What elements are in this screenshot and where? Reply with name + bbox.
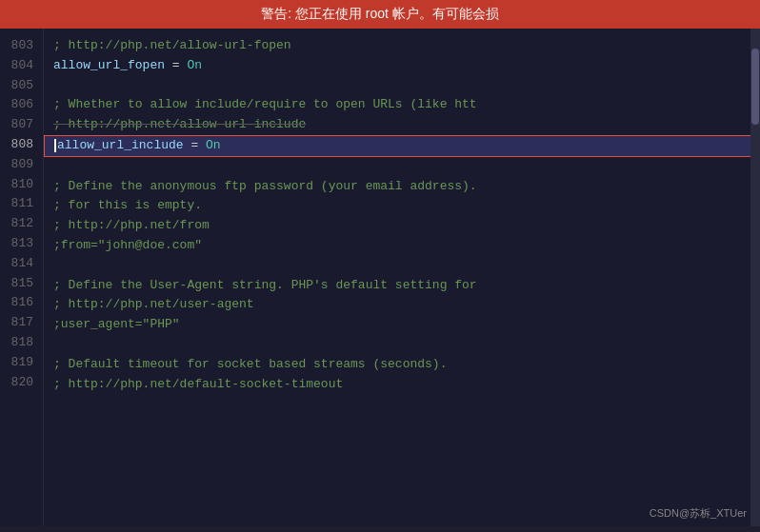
line-number: 808 [6,135,37,155]
code-content[interactable]: ; http://php.net/allow-url-fopenallow_ur… [44,29,760,526]
code-line: allow_url_include = On [44,135,760,157]
editor-container: 8038048058068078088098108118128138148158… [0,29,760,526]
line-number: 810 [6,175,37,195]
warning-bar: 警告: 您正在使用 root 帐户。有可能会损 [0,0,760,29]
watermark: CSDN@苏柝_XTUer [650,506,747,521]
line-number: 809 [6,155,37,175]
code-line: ; http://php.net/from [53,216,750,236]
line-number: 818 [6,333,37,353]
code-line: ; for this is empty. [53,196,750,216]
code-line: ;user_agent="PHP" [53,315,750,335]
code-line [53,157,750,177]
code-line: ; Default timeout for socket based strea… [53,355,750,375]
line-number: 819 [6,353,37,373]
code-line: ; http://php.net/allow-url-fopen [53,36,750,56]
line-number: 806 [6,95,37,115]
line-number: 816 [6,293,37,313]
line-number: 814 [6,254,37,274]
code-line [53,76,750,96]
line-number: 803 [6,36,37,56]
code-line: ; Define the anonymous ftp password (you… [53,177,750,197]
line-number: 805 [6,76,37,96]
scrollbar-thumb[interactable] [751,49,759,125]
code-line: ; Whether to allow include/require to op… [53,95,750,115]
code-line: ; http://php.net/default-socket-timeout [53,375,750,395]
code-line: allow_url_fopen = On [53,56,750,76]
line-number: 815 [6,274,37,294]
scrollbar-right[interactable] [750,29,760,526]
line-number: 812 [6,214,37,234]
line-number: 804 [6,56,37,76]
code-line: ; http://php.net/user-agent [53,295,750,315]
code-line: ; http://php.net/allow-url-include [53,115,750,135]
code-line: ; Define the User-Agent string. PHP's de… [53,276,750,296]
line-number: 813 [6,234,37,254]
code-line: ;from="john@doe.com" [53,236,750,256]
line-number: 811 [6,194,37,214]
line-number: 817 [6,313,37,333]
line-number: 820 [6,373,37,393]
code-line [53,335,750,355]
line-number: 807 [6,115,37,135]
code-line [53,256,750,276]
line-numbers: 8038048058068078088098108118128138148158… [0,29,44,526]
